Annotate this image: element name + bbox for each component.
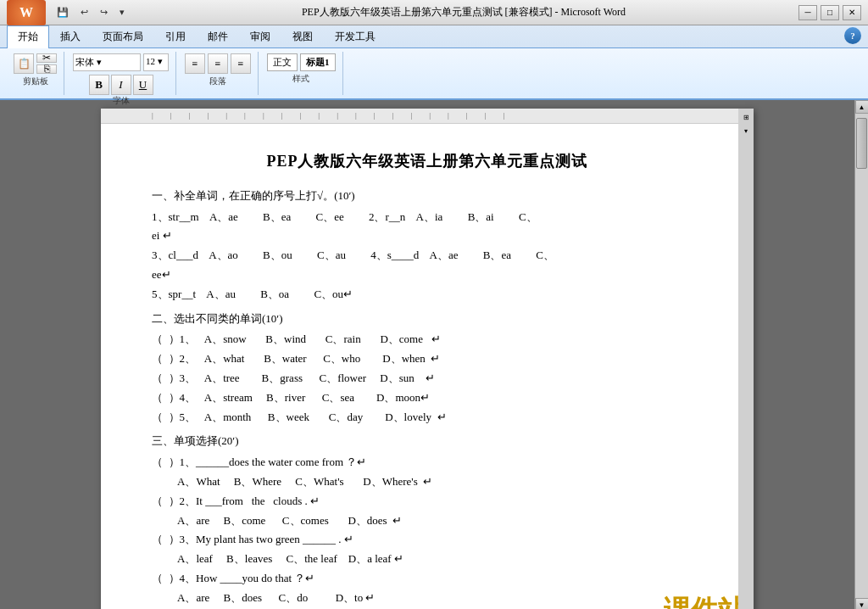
ruler-horizontal: |||||||||||||||||||| xyxy=(101,109,740,124)
tab-mail[interactable]: 邮件 xyxy=(197,25,239,47)
quick-undo[interactable]: ↩ xyxy=(76,5,92,20)
section3-q1-opts: A、What B、Where C、What's D、Where's ↵ xyxy=(177,473,703,491)
watermark: 课件站 www.kjzhan.com xyxy=(658,589,745,609)
style-group: 正文 标题1 样式 xyxy=(260,52,343,95)
ribbon-body: 📋 ✂ ⎘ 剪贴板 宋体 ▾ 12 ▾ B I U 字体 xyxy=(0,47,868,98)
tab-reference[interactable]: 引用 xyxy=(154,25,197,47)
paragraph-label: 段落 xyxy=(209,75,226,87)
quick-redo[interactable]: ↪ xyxy=(96,5,112,20)
page-container: |||||||||||||||||||| PEP人教版六年级英语上册第六单元重点… xyxy=(0,100,854,609)
section3-q3-opts: A、leaf B、leaves C、the leaf D、a leaf ↵ xyxy=(177,550,703,568)
font-size-select[interactable]: 12 ▾ xyxy=(143,53,169,71)
tab-insert[interactable]: 插入 xyxy=(49,25,92,47)
section3-header: 三、单项选择(20′) xyxy=(152,433,703,450)
scroll-down-button[interactable]: ▼ xyxy=(855,598,869,609)
section3-q3: （ ）3、My plant has two green ______ . ↵ xyxy=(152,531,703,549)
watermark-line1: 课件站 xyxy=(658,589,745,609)
section1-header: 一、补全单词，在正确的序号上打√。(10′) xyxy=(152,187,703,205)
section1-item1: 1、str__m A、ae B、ea C、ee 2、r__n A、ia B、ai… xyxy=(152,209,703,226)
scroll-thumb[interactable] xyxy=(856,118,867,169)
minimize-button[interactable]: ─ xyxy=(798,5,817,20)
quick-customize[interactable]: ▾ xyxy=(115,5,129,20)
panel-icon-2[interactable]: ▾ xyxy=(740,126,752,137)
scroll-track[interactable] xyxy=(855,114,868,598)
section3-q4: （ ）4、How ____you do that ？↵ xyxy=(152,570,703,588)
scroll-up-button[interactable]: ▲ xyxy=(855,100,869,114)
paragraph-group: ≡ ≡ ≡ 段落 xyxy=(178,52,259,95)
tab-view[interactable]: 视图 xyxy=(281,25,324,47)
right-panel-icons: ⊞ ▾ xyxy=(738,109,754,609)
align-right-button[interactable]: ≡ xyxy=(231,53,251,74)
title-bar-left: W 💾 ↩ ↪ ▾ xyxy=(7,0,129,25)
document-page[interactable]: |||||||||||||||||||| PEP人教版六年级英语上册第六单元重点… xyxy=(101,109,754,609)
tab-layout[interactable]: 页面布局 xyxy=(92,25,154,47)
maximize-button[interactable]: □ xyxy=(821,5,839,20)
style-icons: 正文 标题1 xyxy=(267,53,336,71)
font-group: 宋体 ▾ 12 ▾ B I U 字体 xyxy=(66,52,176,95)
style-label: 样式 xyxy=(292,73,309,85)
window-title: PEP人教版六年级英语上册第六单元重点测试 [兼容模式] - Microsoft… xyxy=(129,5,798,20)
document-area: |||||||||||||||||||| PEP人教版六年级英语上册第六单元重点… xyxy=(0,100,868,609)
font-name-select[interactable]: 宋体 ▾ xyxy=(73,53,141,71)
section1-item3: 5、spr__t A、au B、oa C、ou↵ xyxy=(152,286,703,304)
close-button[interactable]: ✕ xyxy=(843,5,861,20)
panel-icon-1[interactable]: ⊞ xyxy=(740,112,752,124)
section3-q1: （ ）1、______does the water come from ？↵ xyxy=(152,454,703,472)
section2-item1: （ ）1、 A、snow B、wind C、rain D、come ↵ xyxy=(152,331,703,349)
clipboard-icons: 📋 ✂ ⎘ xyxy=(14,53,57,74)
align-left-button[interactable]: ≡ xyxy=(185,53,205,74)
clipboard-group: 📋 ✂ ⎘ 剪贴板 xyxy=(7,52,64,95)
paragraph-icons: ≡ ≡ ≡ xyxy=(185,53,251,74)
ribbon: 开始 插入 页面布局 引用 邮件 审阅 视图 开发工具 ? 📋 ✂ ⎘ 剪贴板 xyxy=(0,25,868,100)
tab-review[interactable]: 审阅 xyxy=(239,25,281,47)
tab-start[interactable]: 开始 xyxy=(7,25,49,48)
quick-save[interactable]: 💾 xyxy=(53,5,73,20)
title-bar: W 💾 ↩ ↪ ▾ PEP人教版六年级英语上册第六单元重点测试 [兼容模式] -… xyxy=(0,0,868,25)
section2-header: 二、选出不同类的单词(10′) xyxy=(152,310,703,328)
section2-item4: （ ）4、 A、stream B、river C、sea D、moon↵ xyxy=(152,389,703,407)
ribbon-tabs: 开始 插入 页面布局 引用 邮件 审阅 视图 开发工具 ? xyxy=(0,25,868,47)
help-button[interactable]: ? xyxy=(844,27,861,44)
window-controls: ─ □ ✕ xyxy=(798,5,861,20)
section3-q2-opts: A、are B、come C、comes D、does ↵ xyxy=(177,512,703,530)
clipboard-label: 剪贴板 xyxy=(23,75,48,87)
italic-button[interactable]: I xyxy=(111,75,131,95)
section3-q4-opts: A、are B、does C、do D、to ↵ xyxy=(177,589,703,607)
underline-button[interactable]: U xyxy=(133,75,153,95)
align-center-button[interactable]: ≡ xyxy=(208,53,228,74)
style-normal[interactable]: 正文 xyxy=(267,53,298,71)
font-icons: 宋体 ▾ 12 ▾ xyxy=(73,53,169,71)
ribbon-groups: 📋 ✂ ⎘ 剪贴板 宋体 ▾ 12 ▾ B I U 字体 xyxy=(7,52,343,95)
section2-item2: （ ）2、 A、what B、water C、who D、when ↵ xyxy=(152,350,703,368)
document-title: PEP人教版六年级英语上册第六单元重点测试 xyxy=(152,149,703,174)
scrollbar-vertical[interactable]: ▲ ▼ xyxy=(854,100,868,609)
style-heading1[interactable]: 标题1 xyxy=(300,53,336,71)
paste-button[interactable]: 📋 xyxy=(14,53,34,74)
section1-item2b: ee↵ xyxy=(152,266,703,284)
copy-button[interactable]: ⎘ xyxy=(36,64,57,74)
section1-item2: 3、cl___d A、ao B、ou C、au 4、s____d A、ae B、… xyxy=(152,247,703,265)
section2-item3: （ ）3、 A、tree B、grass C、flower D、sun ↵ xyxy=(152,370,703,388)
bold-button[interactable]: B xyxy=(89,75,109,95)
section1-item1b: ei ↵ xyxy=(152,227,703,245)
section3-q2: （ ）2、It ___from the clouds . ↵ xyxy=(152,493,703,511)
office-logo[interactable]: W xyxy=(7,0,46,25)
document-content: PEP人教版六年级英语上册第六单元重点测试 一、补全单词，在正确的序号上打√。(… xyxy=(152,149,703,609)
section2-item5: （ ）5、 A、month B、week C、day D、lovely ↵ xyxy=(152,409,703,427)
tab-developer[interactable]: 开发工具 xyxy=(324,25,387,47)
cut-button[interactable]: ✂ xyxy=(36,53,57,63)
